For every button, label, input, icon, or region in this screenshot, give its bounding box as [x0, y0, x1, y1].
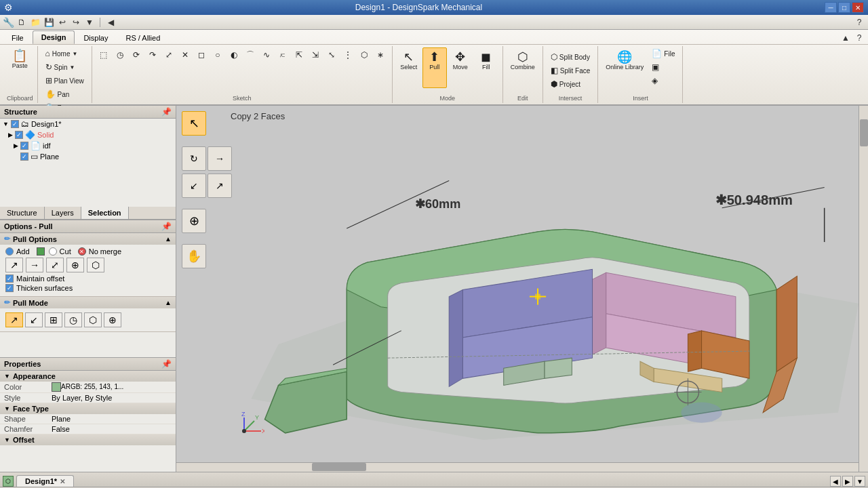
sketch-btn-17[interactable]: ⬡: [357, 47, 372, 62]
qa-open-button[interactable]: 📁: [29, 16, 41, 28]
tab-rs-allied[interactable]: RS / Allied: [117, 31, 170, 44]
qa-dropdown-button[interactable]: ▼: [83, 16, 96, 28]
pull-mode-btn-4[interactable]: ⊕: [66, 258, 84, 272]
facetype-section-header[interactable]: ▼ Face Type: [0, 403, 176, 414]
pull-button[interactable]: ⬆ Pull: [422, 47, 447, 88]
tab-design1[interactable]: Design1* ✕: [16, 475, 74, 487]
move-button[interactable]: ✥ Move: [448, 47, 473, 88]
sketch-btn-10[interactable]: ⌒: [243, 47, 258, 62]
paste-button[interactable]: 📋 Paste: [7, 47, 32, 71]
pull-mode-btn-d[interactable]: ⬡: [84, 312, 102, 327]
sketch-btn-11[interactable]: ∿: [259, 47, 274, 62]
pull-mode-btn-2[interactable]: →: [26, 258, 43, 272]
sketch-btn-13[interactable]: ⇱: [292, 47, 307, 62]
viewport-scrollbar-vertical[interactable]: [859, 106, 868, 472]
vp-extra-button[interactable]: ✋: [182, 244, 206, 268]
sketch-btn-5[interactable]: ⤢: [161, 47, 176, 62]
sketch-btn-6[interactable]: ✕: [178, 47, 193, 62]
prop-color-swatch[interactable]: [52, 382, 61, 392]
plan-view-button[interactable]: ⊞ Plan View: [42, 75, 87, 87]
maintain-offset-checkbox[interactable]: ✓: [5, 274, 14, 283]
sketch-btn-4[interactable]: ↷: [145, 47, 160, 62]
pull-mode-active-btn[interactable]: ↗: [5, 312, 23, 327]
project-button[interactable]: ⬢ Project: [547, 78, 584, 90]
viewport[interactable]: Copy 2 Faces ↖ ↻ → ↙ ↗ ⊕ ✋: [176, 106, 868, 472]
tree-check-idf[interactable]: ✓: [20, 142, 28, 150]
scrollbar-h-thumb[interactable]: [312, 463, 366, 471]
tree-check-plane[interactable]: ✓: [20, 152, 28, 161]
tree-item-solid[interactable]: ▶ ✓ 🔷 Solid: [5, 129, 176, 140]
split-body-button[interactable]: ⬡ Split Body: [547, 51, 593, 63]
home-dropdown[interactable]: ▼: [72, 51, 77, 57]
file-insert-button[interactable]: 📄 File: [648, 47, 678, 60]
pull-mode-btn-3[interactable]: ⤢: [46, 258, 64, 272]
spin-dropdown[interactable]: ▼: [70, 64, 75, 70]
panel-tab-structure[interactable]: Structure: [0, 207, 45, 219]
tab-display[interactable]: Display: [75, 31, 117, 44]
sketch-btn-12[interactable]: ⟈: [275, 47, 290, 62]
insert-more-button[interactable]: ▣: [648, 61, 678, 73]
spin-button[interactable]: ↻ Spin ▼: [42, 61, 79, 73]
vp-pan-right-button[interactable]: ↗: [208, 174, 232, 198]
tree-item-plane[interactable]: ▶ ✓ ▭ Plane: [11, 151, 176, 162]
sketch-btn-15[interactable]: ⤡: [324, 47, 339, 62]
vp-select-button[interactable]: ↖: [182, 111, 206, 136]
tree-check-design1[interactable]: ✓: [11, 120, 19, 128]
tab-prev-button[interactable]: ◀: [830, 476, 841, 487]
tab-list-button[interactable]: ▼: [854, 476, 865, 487]
qa-undo-button[interactable]: ↩: [56, 16, 68, 28]
ribbon-help-button[interactable]: ?: [853, 32, 865, 44]
home-button[interactable]: ⌂ Home ▼: [42, 47, 81, 60]
ribbon-collapse-button[interactable]: ▲: [840, 32, 852, 44]
pull-mode-section-header[interactable]: ✏ Pull Mode ▲: [0, 297, 176, 308]
sketch-btn-1[interactable]: ⬚: [96, 47, 111, 62]
appearance-section-header[interactable]: ▼ Appearance: [0, 371, 176, 382]
collapse-left-button[interactable]: ◀: [104, 16, 117, 28]
pull-options-collapse-button[interactable]: ▲: [165, 235, 172, 243]
maximize-button[interactable]: □: [838, 2, 850, 13]
sketch-btn-2[interactable]: ◷: [113, 47, 127, 62]
vp-orient-button[interactable]: ⊕: [182, 209, 206, 233]
close-button[interactable]: ✕: [852, 2, 864, 13]
offset-section-header[interactable]: ▼ Offset: [0, 434, 176, 445]
cut-radio[interactable]: [49, 247, 57, 256]
fill-button[interactable]: ◼ Fill: [474, 47, 498, 88]
tree-expand-design1[interactable]: ▼: [3, 121, 9, 127]
help-button[interactable]: ?: [853, 16, 865, 28]
vp-rotate-button[interactable]: ↻: [182, 146, 206, 171]
viewport-scrollbar-horizontal[interactable]: [176, 462, 859, 472]
combine-button[interactable]: ⬡ Combine: [507, 47, 538, 88]
sketch-btn-7[interactable]: ◻: [194, 47, 209, 62]
sketch-btn-9[interactable]: ◐: [226, 47, 241, 62]
tree-expand-solid[interactable]: ▶: [8, 131, 13, 138]
pull-mode-btn-e[interactable]: ⊕: [104, 312, 121, 327]
minimize-button[interactable]: ─: [825, 2, 837, 13]
thicken-surfaces-checkbox[interactable]: ✓: [5, 284, 14, 292]
qa-redo-button[interactable]: ↪: [70, 16, 82, 28]
options-pin-button[interactable]: 📌: [161, 222, 172, 231]
sketch-btn-3[interactable]: ⟳: [129, 47, 144, 62]
pull-options-section-header[interactable]: ✏ Pull Options ▲: [0, 233, 176, 245]
pull-mode-btn-b[interactable]: ⊞: [45, 312, 62, 327]
panel-tab-selection[interactable]: Selection: [81, 207, 129, 219]
tree-check-solid[interactable]: ✓: [15, 131, 23, 139]
pull-mode-btn-5[interactable]: ⬡: [87, 258, 104, 272]
pull-mode-btn-a[interactable]: ↙: [25, 312, 43, 327]
split-face-button[interactable]: ◧ Split Face: [547, 64, 593, 77]
pull-mode-btn-1[interactable]: ↗: [5, 258, 23, 272]
properties-pin-button[interactable]: 📌: [161, 359, 172, 369]
insert-extra-button[interactable]: ◈: [648, 75, 678, 87]
qa-new-button[interactable]: 🗋: [16, 16, 28, 28]
tree-expand-idf[interactable]: ▶: [14, 142, 18, 149]
sketch-btn-18[interactable]: ∗: [373, 47, 388, 62]
sketch-btn-8[interactable]: ○: [210, 47, 225, 62]
select-button[interactable]: ↖ Select: [397, 47, 421, 88]
tree-item-design1[interactable]: ▼ ✓ 🗂 Design1*: [0, 119, 176, 129]
qa-save-button[interactable]: 💾: [43, 16, 55, 28]
pan-button[interactable]: ✋ Pan: [42, 88, 73, 100]
sketch-btn-14[interactable]: ⇲: [308, 47, 323, 62]
vp-zoom-button[interactable]: →: [208, 146, 232, 171]
online-library-button[interactable]: 🌐 Online Library: [602, 47, 647, 88]
structure-pin-button[interactable]: 📌: [161, 107, 172, 117]
panel-tab-layers[interactable]: Layers: [45, 207, 81, 219]
